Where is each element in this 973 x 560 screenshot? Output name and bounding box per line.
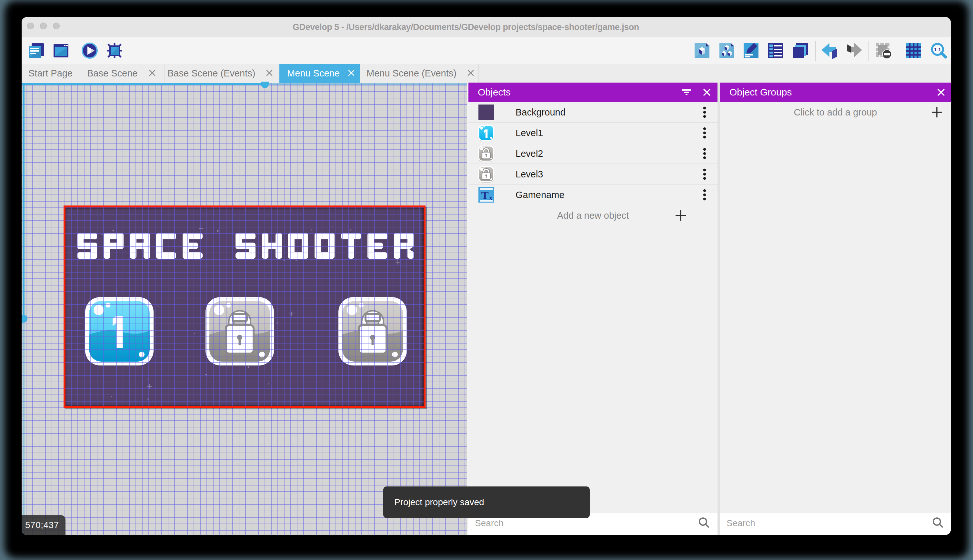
svg-text:x: x	[489, 194, 492, 201]
svg-text:1:1: 1:1	[934, 47, 941, 52]
svg-text:T: T	[482, 189, 489, 201]
